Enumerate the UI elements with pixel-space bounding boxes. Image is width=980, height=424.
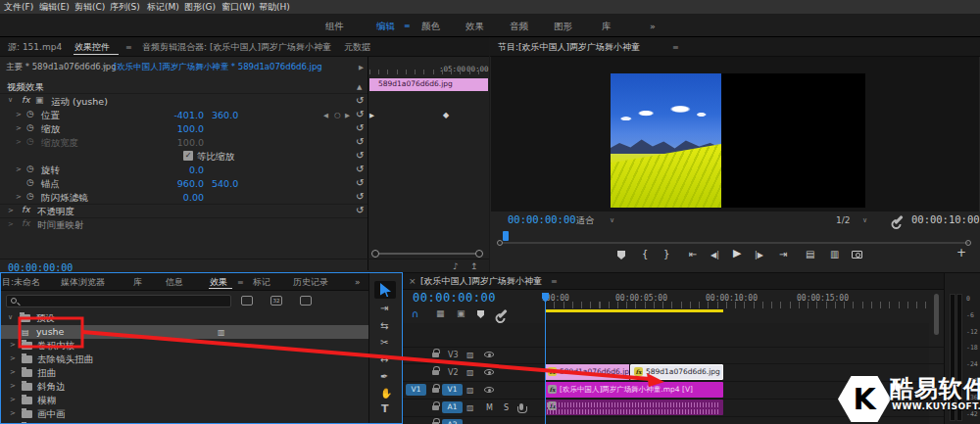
rotation-reset-icon[interactable]: ↺ — [356, 163, 364, 175]
ec-zoom-bar[interactable] — [377, 253, 477, 255]
v3-eye-icon[interactable] — [484, 352, 494, 357]
scale-label[interactable]: 缩放 — [41, 122, 60, 135]
tab-effect-controls[interactable]: 效果控件 — [74, 41, 110, 54]
workspace-tab-graphics[interactable]: 图形 — [554, 20, 572, 32]
scale-width-reset-icon[interactable]: ↺ — [356, 135, 364, 148]
filter-accelerated-effects-icon[interactable] — [241, 296, 253, 306]
ec-zoom-handle-left[interactable] — [371, 250, 379, 258]
antiflicker-reset-icon[interactable]: ↺ — [356, 190, 364, 203]
program-zoom-caret-icon[interactable]: ∨ — [862, 214, 867, 227]
distort-expand-icon[interactable]: > — [10, 366, 16, 379]
a1-voiceover-mic-icon[interactable] — [519, 403, 523, 410]
menu-edit[interactable]: 编辑(E) — [39, 1, 70, 14]
tree-row-yushe[interactable]: ▤ yushe ▥ — [0, 325, 368, 339]
tab-program-monitor[interactable]: 节目:[欢乐中国人]两岁广场舞小神童 — [498, 41, 640, 54]
linked-selection-icon[interactable]: ▦ — [436, 307, 445, 320]
motion-fx-icon[interactable]: fx — [22, 94, 30, 107]
a1-sync-lock-icon[interactable]: ▨ — [466, 401, 474, 414]
workspace-overflow-icon[interactable]: » — [650, 20, 656, 32]
timeline-playhead-line[interactable] — [545, 294, 546, 424]
v2-track-label[interactable]: V2 — [448, 366, 459, 379]
clip-v2-left[interactable]: fx 589d1a076d6d6.jpg — [545, 364, 630, 380]
master-clip-name[interactable]: 主要 * 589d1a076d6d6.jpg — [6, 61, 117, 73]
clip-a1-audio[interactable]: fx — [545, 400, 723, 415]
position-kf-next-icon[interactable]: ▶ — [345, 110, 350, 122]
tab-media-browser[interactable]: 媒体浏览器 — [61, 276, 105, 289]
effects-panel-menu-icon[interactable]: ≡ — [237, 276, 244, 289]
type-tool[interactable]: T — [381, 402, 389, 415]
ec-mini-timeline[interactable] — [368, 57, 489, 290]
motion-reset-icon[interactable]: ↺ — [356, 94, 364, 107]
rotation-label[interactable]: 旋转 — [41, 164, 60, 176]
track-select-tool[interactable]: ⇥ — [380, 302, 388, 314]
tab-libraries[interactable]: 库 — [133, 276, 142, 289]
position-expand-icon[interactable]: > — [16, 109, 22, 121]
tree-item-blur[interactable]: 模糊 — [37, 394, 56, 406]
hand-tool[interactable]: ✋ — [380, 387, 392, 400]
snap-icon[interactable]: ∩ — [412, 307, 418, 320]
button-editor-plus[interactable]: + — [956, 247, 966, 259]
a1-track-badge[interactable]: A1 — [442, 401, 463, 413]
tab-metadata[interactable]: 元数据 — [344, 41, 370, 54]
sequence-clip-name[interactable]: [欢乐中国人]两岁广场舞小神童 * 589d1a076d6d6.jpg — [114, 61, 322, 73]
tree-item-presets[interactable]: 预设 — [36, 311, 55, 324]
v2-lock-icon[interactable] — [432, 370, 439, 375]
effect-controls-menu-icon[interactable]: ≡ — [125, 41, 132, 54]
mark-in-button[interactable]: { — [642, 248, 648, 260]
tab-project[interactable]: 目:未命名 — [2, 276, 40, 289]
a1-solo-button[interactable]: S — [504, 401, 509, 414]
uniform-scale-reset-icon[interactable]: ↺ — [356, 149, 364, 162]
menu-file[interactable]: 文件(F) — [4, 1, 33, 14]
menu-window[interactable]: 窗口(W) — [221, 1, 255, 14]
workspace-tab-color[interactable]: 颜色 — [421, 20, 440, 32]
filter-32bit-color-icon[interactable]: 32 — [270, 296, 282, 306]
extract-button[interactable]: ▥ — [830, 248, 839, 260]
timeline-scrollbar[interactable] — [934, 294, 939, 335]
pip-expand-icon[interactable]: > — [10, 407, 16, 420]
workspace-tab-editing[interactable]: 编辑 — [376, 20, 395, 32]
menu-markers[interactable]: 标记(M) — [147, 1, 179, 14]
anchor-stopwatch-icon[interactable]: ◷ — [26, 176, 34, 189]
v1-sync-lock-icon[interactable]: ▨ — [466, 384, 474, 397]
workspace-tab-libraries[interactable]: 库 — [602, 20, 612, 32]
rotation-value[interactable]: 0.0 — [147, 164, 204, 176]
tree-item-bevel[interactable]: 斜角边 — [37, 380, 66, 393]
ec-mini-clip[interactable]: 589d1a076d6d6.jpg — [369, 78, 488, 91]
scale-reset-icon[interactable]: ↺ — [356, 121, 364, 134]
motion-expand-icon[interactable]: ∨ — [8, 94, 13, 107]
export-frame-button[interactable] — [852, 251, 862, 259]
menu-clip[interactable]: 剪辑(C) — [74, 1, 105, 14]
tab-audio-clip-mixer[interactable]: 音频剪辑混合器: [欢乐中国人]两岁广场舞小神童 — [142, 41, 331, 54]
position-keyframe-start-icon[interactable]: ▶ — [369, 110, 374, 122]
v3-lock-icon[interactable] — [432, 353, 439, 357]
workspace-tab-audio[interactable]: 音频 — [510, 20, 528, 32]
program-fit-caret-icon[interactable]: ∨ — [610, 214, 614, 227]
lift-button[interactable]: ▤ — [806, 248, 814, 260]
timeline-menu-icon[interactable]: ≡ — [551, 275, 558, 288]
v2-sync-lock-icon[interactable]: ▨ — [466, 366, 474, 379]
clip-v1-video[interactable]: fx [欢乐中国人]两岁广场舞小神童.mp4 [V] — [545, 382, 723, 398]
v1-eye-icon[interactable] — [484, 387, 494, 393]
program-timecode[interactable]: 00:00:00:00 — [508, 213, 576, 226]
position-x-value[interactable]: -401.0 — [147, 109, 204, 121]
anchor-y-value[interactable]: 540.0 — [212, 177, 238, 190]
go-to-in-button[interactable]: ⇤ — [689, 248, 697, 260]
play-button[interactable]: ▶ — [733, 247, 741, 259]
program-monitor-menu-icon[interactable]: ≡ — [672, 41, 679, 54]
program-fit-select[interactable]: 适合 — [576, 214, 594, 227]
time-remap-label[interactable]: 时间重映射 — [37, 218, 84, 231]
toggle-track-view-icon[interactable]: ▶ — [359, 62, 364, 74]
antiflicker-value[interactable]: 0.00 — [147, 191, 204, 204]
a1-mute-button[interactable]: M — [486, 401, 493, 414]
filter-yuv-effects-icon[interactable] — [300, 296, 312, 306]
v1-track-badge[interactable]: V1 — [442, 384, 463, 396]
antiflicker-stopwatch-icon[interactable]: ◷ — [26, 190, 34, 203]
blur-expand-icon[interactable]: > — [10, 394, 16, 406]
program-scrub-track[interactable] — [502, 242, 968, 244]
source-patch-v1[interactable]: V1 — [406, 384, 426, 396]
v2-eye-icon[interactable] — [484, 369, 494, 375]
presets-expand-icon[interactable]: ∨ — [8, 311, 13, 324]
tab-source-monitor[interactable]: 源: 151.mp4 — [8, 41, 62, 54]
tab-info[interactable]: 信息 — [166, 276, 183, 289]
position-label[interactable]: 位置 — [41, 109, 60, 121]
